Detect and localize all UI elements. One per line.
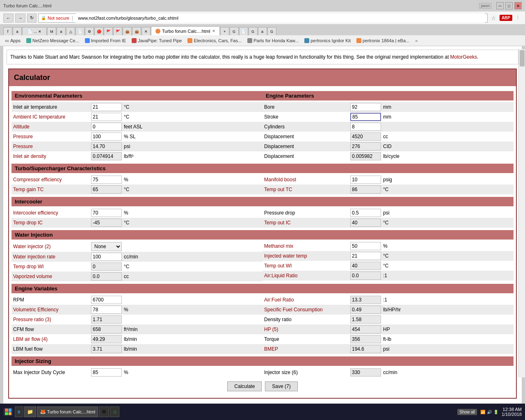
taskbar-folder-button[interactable]: 📁: [24, 406, 36, 417]
taskbar-chrome-button[interactable]: ⚙: [99, 406, 109, 417]
rpm-input[interactable]: [91, 296, 122, 304]
browser-tab-flag2[interactable]: 🚩: [113, 27, 122, 35]
vaporized-vol-link[interactable]: Vaporized volume: [13, 274, 52, 279]
air-density-input[interactable]: [91, 152, 122, 160]
taskbar-firefox-button[interactable]: 🦊 Turbo forum Calc....html: [37, 406, 98, 417]
bookmark-javapipe[interactable]: JavaPipe: Tuned Pipe: [130, 37, 183, 44]
wi-rate-link[interactable]: Water injection rate: [13, 254, 55, 260]
methanol-mix-link[interactable]: Methanol mix: [264, 243, 293, 249]
stroke-input[interactable]: [350, 113, 381, 121]
bookmark-netzero[interactable]: NetZero Message Ce...: [25, 37, 81, 44]
minimize-button[interactable]: ─: [496, 2, 504, 9]
max-duty-cycle-input[interactable]: [91, 368, 122, 377]
compressor-eff-link[interactable]: Compressor efficiency: [13, 177, 62, 183]
pressure-pct-link[interactable]: Pressure: [13, 134, 33, 139]
afr-input[interactable]: [350, 296, 381, 304]
temp-out-tc-link[interactable]: Temp out TC: [264, 187, 292, 192]
torque-input[interactable]: [350, 335, 381, 343]
sfc-link[interactable]: Specific Fuel Consumption: [264, 307, 323, 313]
browser-tab-a3[interactable]: a: [258, 27, 267, 35]
water-injector-select[interactable]: None Small Medium Large: [91, 242, 122, 251]
methanol-mix-input[interactable]: [350, 242, 381, 250]
air-liquid-ratio-link[interactable]: Air:Liquid Ratio: [264, 273, 297, 278]
restore-button[interactable]: □: [505, 2, 513, 9]
browser-tab-amazon[interactable]: a: [13, 27, 22, 35]
active-tab[interactable]: Turbo forum Calc....html ✕: [151, 26, 220, 35]
manifold-boost-link[interactable]: Manifold boost: [264, 177, 296, 183]
browser-tab-a2[interactable]: a: [57, 27, 66, 35]
displacement-lbcycle-input[interactable]: [350, 152, 381, 160]
address-input[interactable]: [75, 14, 485, 23]
browser-tab-doc[interactable]: 📄: [75, 27, 84, 35]
bookmark-apps[interactable]: ⚏ Engine Variables Apps: [3, 37, 22, 44]
compressor-eff-input[interactable]: [91, 176, 122, 184]
inlet-air-temp-input[interactable]: [91, 103, 122, 111]
taskbar-spotify-button[interactable]: ♫: [110, 406, 119, 417]
vaporized-vol-input[interactable]: [91, 272, 122, 281]
browser-tab-fb[interactable]: f: [3, 27, 12, 35]
density-ratio-input[interactable]: [350, 315, 381, 324]
temp-out-wi-input[interactable]: [350, 262, 381, 270]
bookmark-electronics[interactable]: Electronics, Cars, Fas...: [186, 37, 243, 44]
lbm-air-link[interactable]: LBM air flow (4): [13, 336, 48, 342]
pressure-ratio-link[interactable]: Pressure ratio (3): [13, 317, 51, 322]
bmep-input[interactable]: [350, 345, 381, 353]
temp-drop-ic-link[interactable]: Temp drop IC: [13, 220, 43, 226]
browser-tab-g3[interactable]: G: [267, 27, 276, 35]
cylinders-input[interactable]: [350, 123, 381, 131]
air-density-link[interactable]: Inlet air density: [13, 153, 46, 159]
temp-drop-wi-input[interactable]: [91, 262, 122, 271]
cfm-flow-input[interactable]: [91, 325, 122, 333]
sfc-input[interactable]: [350, 306, 381, 314]
wi-rate-input[interactable]: [91, 253, 122, 261]
bookmark-imported[interactable]: Imported From IE: [83, 37, 128, 44]
bookmark-parts[interactable]: Parts for Honda Kaw...: [246, 37, 300, 44]
temp-out-ic-link[interactable]: Temp out IC: [264, 220, 291, 226]
close-button[interactable]: ✕: [514, 2, 522, 9]
back-button[interactable]: ←: [3, 14, 14, 23]
injector-size-input[interactable]: [350, 368, 381, 377]
displacement-cid-input[interactable]: [350, 142, 381, 151]
temp-drop-ic-input[interactable]: [91, 219, 122, 227]
pressure-psi-input[interactable]: [91, 142, 122, 151]
altitude-link[interactable]: Altitude: [13, 124, 30, 130]
browser-tab-ap[interactable]: △: [66, 27, 75, 35]
browser-tab-m[interactable]: M: [47, 27, 56, 35]
browser-tab-x[interactable]: ✕: [142, 27, 151, 35]
lbm-fuel-input[interactable]: [91, 345, 122, 353]
altitude-input[interactable]: [91, 123, 122, 131]
show-hidden-button[interactable]: Show all: [457, 409, 477, 415]
afr-link[interactable]: Air:Fuel Ratio: [264, 297, 294, 303]
browser-tab-misc[interactable]: 📄...✕: [22, 27, 47, 35]
vol-eff-input[interactable]: [91, 306, 122, 314]
calculate-button[interactable]: Calculate: [227, 381, 262, 391]
vol-eff-link[interactable]: Volumetric Efficiency: [13, 307, 59, 313]
browser-tab-flag[interactable]: 🚩: [104, 27, 113, 35]
pressure-pct-input[interactable]: [91, 132, 122, 141]
pressure-drop-input[interactable]: [350, 209, 381, 217]
pressure-psi-link[interactable]: Pressure: [13, 144, 33, 149]
bmep-link[interactable]: BMEP: [264, 346, 278, 352]
scrollbar[interactable]: [518, 49, 525, 377]
injected-water-temp-input[interactable]: [350, 252, 381, 260]
air-liquid-ratio-input[interactable]: [350, 272, 381, 280]
refresh-button[interactable]: ↻: [27, 14, 37, 23]
lbm-air-input[interactable]: [91, 335, 122, 343]
temp-out-wi-link[interactable]: Temp out WI: [264, 263, 292, 269]
bookmark-star-button[interactable]: ☆: [489, 15, 498, 21]
browser-tab-gear[interactable]: ⚙: [85, 27, 94, 35]
bookmark-pertronix[interactable]: pertronix 1864a | eBa...: [355, 37, 411, 44]
pressure-ratio-input[interactable]: [91, 315, 122, 324]
injected-water-temp-link[interactable]: Injected water temp: [264, 253, 307, 259]
temp-drop-wi-link[interactable]: Temp drop WI: [13, 264, 44, 269]
browser-tab-g2[interactable]: G: [249, 27, 258, 35]
hp-link[interactable]: HP (5): [264, 326, 278, 332]
temp-out-ic-input[interactable]: [350, 219, 381, 227]
new-tab-button[interactable]: +: [220, 27, 229, 35]
more-bookmarks-button[interactable]: »: [415, 38, 418, 43]
ic-eff-link[interactable]: Intercooler efficiency: [13, 210, 58, 216]
temp-gain-tc-link[interactable]: Temp gain TC: [13, 187, 43, 192]
forward-button[interactable]: →: [15, 14, 25, 23]
browser-tab-g[interactable]: G: [230, 27, 239, 35]
ambient-ic-link[interactable]: Ambient IC temperature: [13, 114, 65, 120]
